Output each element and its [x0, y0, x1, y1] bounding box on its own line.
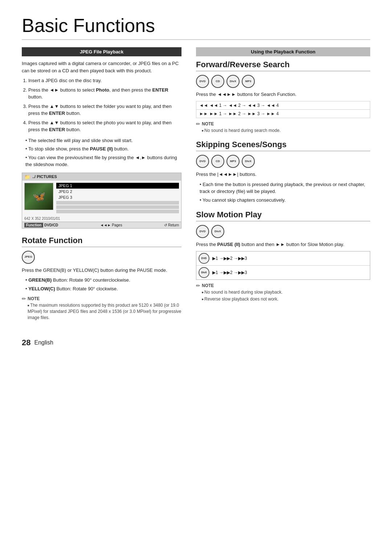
page-title: Basic Functions [22, 15, 370, 40]
disc-file-2: JPEG 2 [56, 189, 179, 194]
right-column: Using the Playback Function Forward/Reve… [196, 47, 370, 327]
rotate-section: Rotate Function JPEG Press the GREEN(B) … [22, 236, 181, 321]
rotate-bullets: GREEN(B) Button: Rotate 90° counterclock… [22, 277, 181, 292]
disc-image: 🦋 [24, 183, 53, 210]
ffwd-icon: ►► [199, 111, 208, 116]
slow-dvd-row: DVD ▶1 →▶▶2 →▶▶3 [196, 251, 370, 266]
jpeg-badge: JPEG [22, 251, 35, 264]
skipping-title: Skipping Scenes/Songs [196, 140, 370, 151]
left-column: JPEG File Playback Images captured with … [22, 47, 181, 327]
rotate-note-item-1: The maximum resolutions supported by thi… [28, 302, 181, 321]
ffwd-speed-row: ►► ►► 1 → ►► 2 → ►► 3 → ►► 4 [196, 110, 370, 118]
slow-dvd-speeds: ▶1 →▶▶2 →▶▶3 [212, 256, 247, 261]
jpeg-intro: Images captured with a digital camera or… [22, 60, 181, 74]
disc-body: 🦋 JPEG 1 JPEG 2 JPEG 3 [22, 181, 181, 215]
jpeg-bullets: The selected file will play and slide sh… [22, 137, 181, 168]
disc-meta: 642 X 352 2010/01/01 [22, 215, 181, 222]
disc-footer-pages: ◄◄► Pages [100, 223, 122, 227]
jpeg-header: JPEG File Playback [22, 47, 181, 56]
playback-header: Using the Playback Function [196, 47, 370, 56]
page-number: 28 [22, 338, 30, 347]
slow-divx-badge: DivX [211, 225, 224, 238]
rotate-note-list: The maximum resolutions supported by thi… [22, 302, 181, 321]
jpeg-bullet-3: You can view the previous/next file by p… [25, 154, 181, 168]
disc-footer-left: Function DVD/CD [24, 223, 58, 227]
skipping-section: Skipping Scenes/Songs DVD CD MP3 DivX Pr… [196, 140, 370, 203]
divx-badge: DivX [226, 75, 240, 88]
rotate-note: ✏ NOTE The maximum resolutions supported… [22, 296, 181, 321]
skipping-intro: Press the |◄◄►►| buttons. [196, 171, 370, 178]
pencil-icon-3: ✏ [196, 283, 200, 289]
search-note: ✏ NOTE No sound is heard during search m… [196, 121, 370, 134]
disc-file-empty-1 [56, 201, 179, 205]
cd-badge: CD [211, 75, 224, 88]
ffwd-speeds: ►► 1 → ►► 2 → ►► 3 → ►► 4 [209, 111, 279, 116]
rewind-speeds: ◄◄ 1 → ◄◄ 2 → ◄◄ 3 → ◄◄ 4 [209, 103, 279, 108]
rotate-note-label: ✏ NOTE [22, 296, 181, 302]
disc-file-empty-3 [56, 210, 179, 213]
slow-dvd-badge: DVD [196, 225, 209, 238]
rewind-icon: ◄◄ [199, 103, 208, 108]
forward-reverse-section: Forward/Reverse Search DVD CD DivX MP3 P… [196, 60, 370, 133]
disc-footer: Function DVD/CD ◄◄► Pages ↺ Return [22, 222, 181, 228]
page-language: English [34, 339, 53, 346]
skip-cd-badge: CD [211, 155, 224, 168]
disc-file-3: JPEG 3 [56, 194, 179, 200]
skipping-badges: DVD CD MP3 DivX [196, 155, 370, 168]
disc-file-empty-2 [56, 205, 179, 209]
slow-note: ✏ NOTE No sound is heard during slow pla… [196, 283, 370, 302]
page-number-row: 28 English [22, 338, 370, 347]
forward-reverse-title: Forward/Reverse Search [196, 60, 370, 71]
search-note-label: ✏ NOTE [196, 121, 370, 127]
search-note-item-1: No sound is heard during search mode. [202, 128, 370, 134]
forward-reverse-intro: Press the ◄◄►► buttons for Search Functi… [196, 91, 370, 98]
jpeg-steps-list: Insert a JPEG disc on the disc tray. Pre… [22, 77, 181, 133]
slow-motion-table: DVD ▶1 →▶▶2 →▶▶3 DivX ▶1 →▶▶2 →▶▶3 [196, 251, 370, 280]
jpeg-bullet-1: The selected file will play and slide sh… [25, 137, 181, 144]
folder-icon: 📁 [24, 174, 30, 180]
disc-footer-btn: Function [24, 223, 43, 227]
forward-reverse-badges: DVD CD DivX MP3 [196, 75, 370, 88]
skipping-bullets: Each time the button is pressed during p… [196, 181, 370, 204]
rotate-intro: Press the GREEN(B) or YELLOW(C) button d… [22, 267, 181, 274]
search-note-list: No sound is heard during search mode. [196, 128, 370, 134]
skip-bullet-2: You cannot skip chapters consecutively. [200, 197, 370, 204]
slow-motion-section: Slow Motion Play DVD DivX Press the PAUS… [196, 210, 370, 302]
dvd-badge: DVD [196, 75, 209, 88]
disc-titlebar: 📁 ../ PICTURES [22, 173, 181, 181]
jpeg-step-3: Press the ▲▼ buttons to select the folde… [28, 103, 181, 117]
rotate-bullet-1: GREEN(B) Button: Rotate 90° counterclock… [25, 277, 181, 284]
slow-note-item-1: No sound is heard during slow playback. [202, 289, 370, 295]
slow-motion-badges: DVD DivX [196, 225, 370, 238]
disc-filelist: JPEG 1 JPEG 2 JPEG 3 [56, 183, 179, 213]
skip-divx-badge: DivX [242, 155, 255, 168]
rewind-speed-row: ◄◄ ◄◄ 1 → ◄◄ 2 → ◄◄ 3 → ◄◄ 4 [196, 101, 370, 110]
pencil-icon-2: ✏ [196, 121, 200, 127]
jpeg-section: JPEG File Playback Images captured with … [22, 47, 181, 229]
skip-bullet-1: Each time the button is pressed during p… [200, 181, 370, 195]
rotate-bullet-2: YELLOW(C) Button: Rotate 90° clockwise. [25, 285, 181, 293]
skip-dvd-badge: DVD [196, 155, 209, 168]
search-speed-box: ◄◄ ◄◄ 1 → ◄◄ 2 → ◄◄ 3 → ◄◄ 4 ►► ►► 1 → ►… [196, 101, 370, 118]
slow-motion-title: Slow Motion Play [196, 210, 370, 221]
rotate-badge-row: JPEG [22, 251, 181, 264]
slow-note-label: ✏ NOTE [196, 283, 370, 289]
pencil-icon: ✏ [22, 296, 26, 302]
slow-divx-badge-sm: DivX [199, 267, 209, 278]
slow-divx-speeds: ▶1 →▶▶2 →▶▶3 [212, 270, 247, 275]
jpeg-bullet-2: To stop slide show, press the PAUSE (II)… [25, 145, 181, 153]
rotate-title: Rotate Function [22, 236, 181, 247]
disc-screenshot: 📁 ../ PICTURES 🦋 JPEG 1 JPEG 2 JPEG 3 [22, 173, 181, 229]
slow-dvd-badge-sm: DVD [199, 253, 209, 264]
disc-file-1: JPEG 1 [56, 183, 179, 189]
jpeg-step-4: Press the ▲▼ buttons to select the photo… [28, 119, 181, 133]
skip-mp3-badge: MP3 [226, 155, 240, 168]
disc-footer-dvdcd: DVD/CD [44, 223, 58, 227]
slow-motion-intro: Press the PAUSE (II) button and then ►► … [196, 241, 370, 248]
jpeg-step-2: Press the ◄► buttons to select Photo, an… [28, 86, 181, 101]
butterfly-icon: 🦋 [33, 190, 45, 202]
mp3-badge: MP3 [242, 75, 255, 88]
disc-footer-return: ↺ Return [164, 223, 179, 227]
disc-titlebar-text: ../ PICTURES [32, 174, 57, 179]
slow-divx-row: DivX ▶1 →▶▶2 →▶▶3 [196, 266, 370, 279]
